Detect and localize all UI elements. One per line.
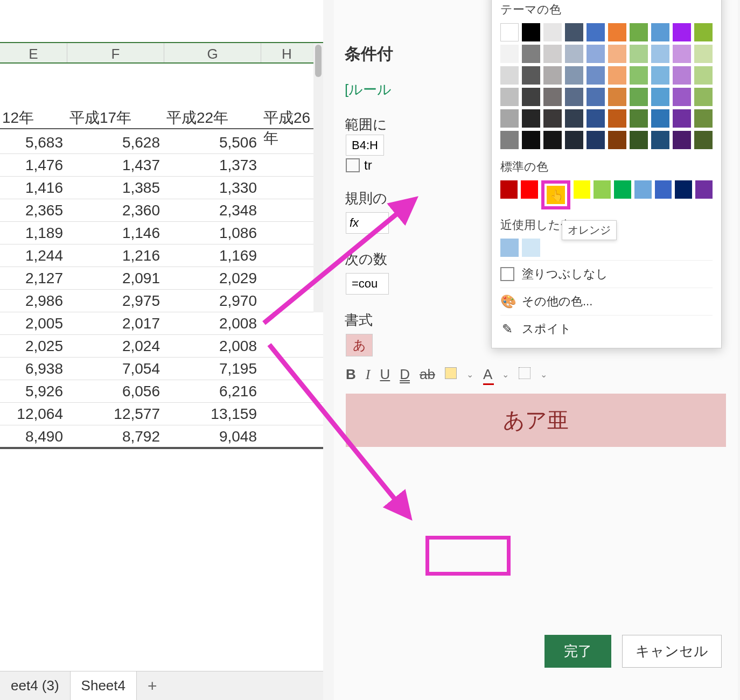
scrollbar-thumb[interactable] xyxy=(315,45,322,77)
cell[interactable]: 1,086 xyxy=(164,222,261,244)
color-swatch[interactable] xyxy=(500,109,519,128)
tab-sheet4-copy[interactable]: eet4 (3) xyxy=(0,671,71,700)
color-swatch[interactable] xyxy=(587,131,605,149)
checkbox-icon[interactable] xyxy=(346,158,360,172)
color-swatch[interactable] xyxy=(543,45,562,63)
color-swatch[interactable] xyxy=(543,66,562,85)
cell[interactable]: 5,926 xyxy=(0,380,67,402)
cell[interactable]: 2,975 xyxy=(67,290,164,312)
color-swatch[interactable] xyxy=(522,66,540,85)
cell[interactable]: 5,506 xyxy=(164,131,261,153)
color-swatch[interactable] xyxy=(500,239,519,257)
cell[interactable]: 13,159 xyxy=(164,403,261,425)
cell[interactable]: 1,189 xyxy=(0,222,67,244)
cell[interactable] xyxy=(261,358,312,380)
color-swatch[interactable] xyxy=(694,88,713,106)
color-swatch[interactable] xyxy=(594,180,611,199)
cell[interactable]: 2,091 xyxy=(67,267,164,289)
eyedropper-option[interactable]: ✎ スポイト xyxy=(500,315,713,342)
cell[interactable] xyxy=(261,267,312,289)
cell[interactable]: 1,169 xyxy=(164,244,261,267)
color-swatch[interactable] xyxy=(500,88,519,106)
color-swatch[interactable] xyxy=(608,45,626,63)
cell[interactable]: 1,385 xyxy=(67,177,164,199)
cell[interactable]: 12,577 xyxy=(67,403,164,425)
cell[interactable]: 6,938 xyxy=(0,358,67,380)
underline-button[interactable]: U xyxy=(380,366,390,383)
cell[interactable]: 1,330 xyxy=(164,177,261,199)
color-swatch[interactable] xyxy=(587,109,605,128)
color-swatch[interactable] xyxy=(673,109,691,128)
cell[interactable] xyxy=(261,154,312,176)
color-swatch[interactable] xyxy=(673,66,691,85)
formula-input[interactable]: =cou xyxy=(346,273,389,295)
color-swatch[interactable] xyxy=(673,23,691,41)
color-swatch[interactable] xyxy=(630,66,648,85)
cell[interactable] xyxy=(261,199,312,221)
color-swatch[interactable] xyxy=(608,109,626,128)
cell[interactable]: 1,416 xyxy=(0,177,67,199)
cell[interactable]: 2,986 xyxy=(0,290,67,312)
cell[interactable]: 5,628 xyxy=(67,131,164,153)
color-swatch[interactable] xyxy=(587,45,605,63)
color-swatch[interactable] xyxy=(522,109,540,128)
color-swatch[interactable] xyxy=(651,131,669,149)
col-header-H[interactable]: H xyxy=(261,43,312,62)
border-chevron-icon[interactable]: ⌄ xyxy=(540,369,547,380)
fill-color-button[interactable] xyxy=(445,366,457,383)
cell[interactable]: 2,008 xyxy=(164,335,261,357)
color-swatch[interactable] xyxy=(651,109,669,128)
color-swatch[interactable] xyxy=(543,109,562,128)
color-swatch[interactable] xyxy=(651,23,669,41)
no-fill-option[interactable]: 塗りつぶしなし xyxy=(500,260,713,288)
color-swatch[interactable] xyxy=(522,88,540,106)
cell[interactable] xyxy=(261,177,312,199)
year-F[interactable]: 平成17年 xyxy=(67,108,164,128)
cell[interactable] xyxy=(261,380,312,402)
color-swatch[interactable] xyxy=(608,131,626,149)
cell[interactable]: 2,025 xyxy=(0,335,67,357)
cell[interactable]: 2,970 xyxy=(164,290,261,312)
cell[interactable]: 7,195 xyxy=(164,358,261,380)
cell[interactable]: 1,244 xyxy=(0,244,67,267)
color-swatch[interactable] xyxy=(522,45,540,63)
fx-input[interactable]: fx xyxy=(346,212,389,234)
cell[interactable]: 2,365 xyxy=(0,199,67,221)
cell[interactable] xyxy=(261,335,312,357)
color-swatch-orange[interactable]: 👆 xyxy=(547,186,565,204)
color-swatch[interactable] xyxy=(565,109,583,128)
cell[interactable] xyxy=(261,312,312,334)
format-preview-small[interactable]: あ xyxy=(346,334,373,356)
cell[interactable]: 2,008 xyxy=(164,312,261,334)
cell[interactable]: 1,216 xyxy=(67,244,164,267)
range-input[interactable]: B4:H xyxy=(346,135,384,156)
fill-color-chevron-icon[interactable]: ⌄ xyxy=(466,369,473,380)
strikethrough-button[interactable]: ab xyxy=(420,366,435,383)
color-swatch[interactable] xyxy=(630,45,648,63)
color-swatch[interactable] xyxy=(565,23,583,41)
color-swatch[interactable] xyxy=(521,180,538,199)
color-swatch[interactable] xyxy=(651,66,669,85)
cell[interactable]: 2,127 xyxy=(0,267,67,289)
color-swatch[interactable] xyxy=(614,180,631,199)
cell[interactable]: 2,005 xyxy=(0,312,67,334)
cell[interactable]: 2,024 xyxy=(67,335,164,357)
color-swatch[interactable] xyxy=(522,131,540,149)
col-header-E[interactable]: E xyxy=(0,43,67,62)
cell[interactable]: 7,054 xyxy=(67,358,164,380)
color-swatch[interactable] xyxy=(694,23,713,41)
cell[interactable]: 1,373 xyxy=(164,154,261,176)
color-swatch[interactable] xyxy=(522,239,540,257)
cell[interactable]: 9,048 xyxy=(164,425,261,447)
cell[interactable]: 1,476 xyxy=(0,154,67,176)
color-swatch[interactable] xyxy=(500,180,518,199)
color-swatch[interactable] xyxy=(500,23,519,41)
color-swatch[interactable] xyxy=(587,66,605,85)
bold-button[interactable]: B xyxy=(346,366,356,383)
cell[interactable] xyxy=(261,222,312,244)
double-underline-button[interactable]: D xyxy=(400,366,410,383)
color-swatch[interactable] xyxy=(694,109,713,128)
cell[interactable] xyxy=(261,403,312,425)
color-swatch[interactable] xyxy=(651,45,669,63)
tab-sheet4[interactable]: Sheet4 xyxy=(71,671,137,700)
